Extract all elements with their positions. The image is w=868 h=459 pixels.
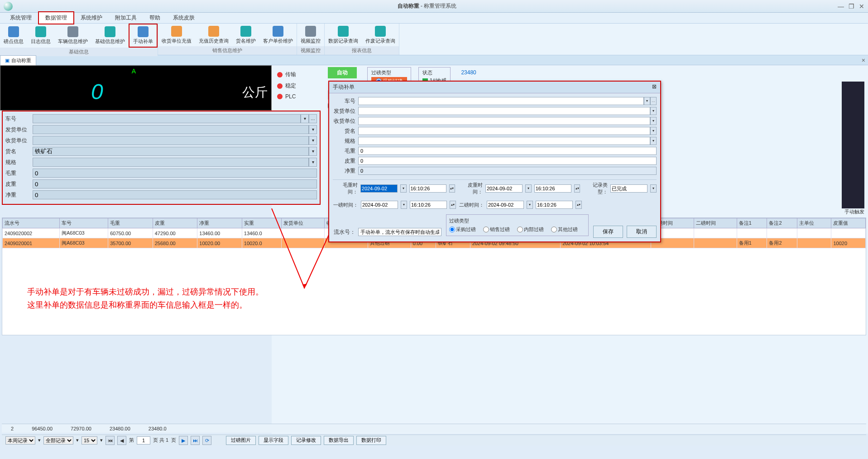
inp-rec-type[interactable] — [610, 184, 647, 193]
app-logo-icon — [4, 2, 13, 11]
tt-sp-icon[interactable]: ▴▾ — [574, 184, 580, 193]
inp-tare-time[interactable] — [534, 184, 571, 193]
rad-sale[interactable]: 销售过磅 — [483, 226, 510, 233]
gt-sp-icon[interactable]: ▴▾ — [449, 184, 456, 193]
rbtn-manual-ticket[interactable]: 手动补单 — [129, 24, 158, 48]
dr-dd-icon[interactable]: ▾ — [650, 117, 657, 125]
tab-autoweigh[interactable]: ▣自动称重 — [0, 55, 36, 65]
rbtn-base-maint[interactable]: 基础信息维护 — [91, 24, 129, 48]
lbl-receiver: 收货单位 — [5, 137, 33, 145]
menu-maintain[interactable]: 系统维护 — [74, 12, 109, 24]
tab-close-icon[interactable]: × — [859, 57, 868, 64]
status-transport: 传输 — [285, 71, 296, 78]
rbtn-data-query[interactable]: 数据记录查询 — [325, 24, 362, 46]
inp-sender[interactable] — [33, 125, 309, 134]
rad-internal[interactable]: 内部过磅 — [517, 226, 544, 233]
lbl-first-time: 一磅时间： — [333, 202, 358, 208]
inp-second-date[interactable] — [487, 201, 524, 209]
lbl-sender: 发货单位 — [5, 126, 33, 134]
yuan-icon — [171, 26, 182, 37]
menubar: 系统管理 数据管理 系统维护 附加工具 帮助 系统皮肤 — [0, 13, 868, 24]
rbtn-pound-info[interactable]: 磅点信息 — [0, 24, 27, 48]
gd-dd-icon[interactable]: ▾ — [400, 184, 407, 193]
save-button[interactable]: 保存 — [593, 226, 623, 238]
rbtn-recharge[interactable]: 收货单位充值 — [158, 24, 195, 46]
rbtn-price-maint[interactable]: 客户单价维护 — [259, 24, 297, 46]
rbtn-void-query[interactable]: 作废记录查询 — [362, 24, 399, 46]
lbl-goods: 货名 — [5, 148, 33, 155]
spec-dd-icon[interactable]: ▾ — [309, 158, 317, 167]
ds-dd-icon[interactable]: ▾ — [650, 107, 657, 115]
tabstrip: ▣自动称重 × — [0, 55, 868, 65]
dg-dd-icon[interactable]: ▾ — [650, 127, 657, 135]
dv-dd-icon[interactable]: ▾ — [644, 97, 650, 105]
dinp-gross[interactable] — [358, 147, 657, 155]
transport-dot-icon — [277, 72, 283, 77]
dlbl-spec: 规格 — [333, 137, 358, 145]
menu-data[interactable]: 数据管理 — [38, 11, 74, 24]
inp-first-date[interactable] — [361, 201, 398, 209]
dlbl-net: 净重 — [333, 167, 358, 175]
inp-tare-date[interactable] — [485, 184, 523, 193]
window-title: 自动称重 - 称重管理系统 — [16, 2, 838, 10]
dialog-close-icon[interactable]: ⊠ — [652, 83, 657, 91]
rbtn-log-info[interactable]: 日志信息 — [27, 24, 54, 48]
inp-first-time[interactable] — [410, 201, 447, 209]
dv-more-icon[interactable]: … — [650, 97, 657, 105]
close-icon[interactable]: ✕ — [859, 3, 864, 10]
dinp-vehicle[interactable] — [358, 97, 644, 105]
fd-dd-icon[interactable]: ▾ — [401, 201, 407, 209]
inp-net[interactable] — [33, 190, 317, 199]
rbtn-goods-maint[interactable]: 货名维护 — [232, 24, 259, 46]
td-dd-icon[interactable]: ▾ — [525, 184, 532, 193]
rbtn-video[interactable]: 视频监控 — [297, 24, 324, 46]
maximize-icon[interactable]: ❐ — [849, 3, 854, 10]
void-icon — [375, 26, 386, 37]
vehicle-dd-icon[interactable]: ▾ — [301, 114, 309, 123]
goods-dd-icon[interactable]: ▾ — [309, 147, 317, 156]
dlbl-gross: 毛重 — [333, 147, 358, 155]
inp-second-time[interactable] — [536, 201, 573, 209]
vehicle-more-icon[interactable]: … — [309, 114, 317, 123]
dinp-tare[interactable] — [358, 157, 657, 165]
price-icon — [273, 26, 283, 37]
dinp-spec[interactable] — [358, 137, 650, 145]
minimize-icon[interactable]: — — [838, 3, 844, 10]
st-sp-icon[interactable]: ▴▾ — [575, 201, 582, 209]
side-trigger-label: 手动触发 — [844, 208, 864, 215]
dinp-receiver[interactable] — [358, 117, 650, 125]
dinp-goods[interactable] — [358, 127, 650, 135]
plc-dot-icon — [277, 94, 283, 99]
ribbon-group-label: 报表信息 — [325, 46, 399, 55]
inp-serial — [358, 228, 441, 236]
menu-skin[interactable]: 系统皮肤 — [167, 12, 201, 24]
dsp-dd-icon[interactable]: ▾ — [650, 137, 657, 145]
rbtn-recharge-hist[interactable]: 充值历史查询 — [195, 24, 232, 46]
receiver-dd-icon[interactable]: ▾ — [309, 136, 317, 145]
inp-tare[interactable] — [33, 179, 317, 188]
inp-spec[interactable] — [33, 158, 309, 167]
rad-purchase[interactable]: 采购过磅 — [449, 226, 476, 233]
titlebar: 自动称重 - 称重管理系统 — ❐ ✕ — [0, 0, 868, 13]
inp-receiver[interactable] — [33, 136, 309, 145]
dinp-sender[interactable] — [358, 107, 650, 115]
menu-tools[interactable]: 附加工具 — [109, 12, 143, 24]
dlbl-tare: 皮重 — [333, 157, 358, 165]
inp-gross-date[interactable] — [360, 184, 398, 193]
sd-dd-icon[interactable]: ▾ — [527, 201, 533, 209]
ribbon: 磅点信息 日志信息 车辆信息维护 基础信息维护 手动补单 基础信息 收货单位充值… — [0, 24, 868, 55]
summary-row: 2 96450.0072970.0023480.0023480.0 — [2, 424, 866, 433]
menu-help[interactable]: 帮助 — [143, 12, 167, 24]
inp-vehicle[interactable] — [33, 114, 301, 123]
rad-other[interactable]: 其他过磅 — [551, 226, 578, 233]
ft-sp-icon[interactable]: ▴▾ — [450, 201, 456, 209]
inp-gross-time[interactable] — [409, 184, 446, 193]
camera-icon — [305, 26, 316, 37]
inp-gross[interactable] — [33, 169, 317, 178]
cancel-button[interactable]: 取消 — [627, 226, 657, 238]
menu-system[interactable]: 系统管理 — [4, 12, 38, 24]
rt-dd-icon[interactable]: ▾ — [650, 184, 657, 193]
inp-goods[interactable] — [33, 147, 309, 156]
rbtn-vehicle-maint[interactable]: 车辆信息维护 — [54, 24, 91, 48]
sender-dd-icon[interactable]: ▾ — [309, 125, 317, 134]
